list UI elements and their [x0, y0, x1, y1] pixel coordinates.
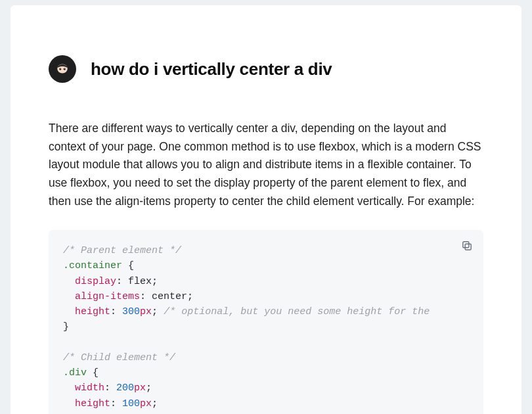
question-title: how do i vertically center a div: [91, 59, 332, 80]
answer-block: There are different ways to vertically c…: [49, 120, 483, 414]
question-row: how do i vertically center a div: [49, 55, 483, 83]
code-content: /* Parent element */ .container { displa…: [63, 243, 469, 414]
code-colon: :: [104, 382, 110, 394]
avatar: [49, 55, 76, 83]
svg-point-2: [59, 68, 61, 70]
code-block: /* Parent element */ .container { displa…: [49, 230, 483, 414]
svg-point-3: [64, 68, 66, 70]
copy-button[interactable]: [460, 239, 474, 254]
code-brace: {: [128, 260, 134, 271]
svg-rect-6: [465, 244, 471, 250]
code-unit: px: [140, 398, 152, 409]
code-comment: /* Parent element */: [63, 245, 181, 256]
code-brace: }: [63, 321, 69, 333]
code-value: center: [152, 291, 187, 302]
code-selector: .div: [63, 367, 87, 379]
code-semi: ;: [146, 382, 152, 394]
code-brace: {: [93, 367, 99, 379]
code-semi: ;: [187, 291, 193, 302]
code-number: 300: [122, 306, 140, 317]
code-number: 100: [122, 398, 140, 409]
code-colon: :: [116, 276, 122, 287]
code-colon: :: [140, 291, 146, 302]
code-prop: align-items: [75, 291, 140, 302]
code-prop: width: [75, 382, 104, 394]
content-card: how do i vertically center a div There a…: [11, 5, 521, 414]
code-unit: px: [140, 306, 152, 317]
code-comment: /* optional, but you need some height fo…: [164, 306, 430, 317]
code-semi: ;: [152, 398, 158, 409]
svg-point-4: [60, 68, 61, 69]
svg-point-5: [64, 68, 65, 69]
avatar-face-icon: [54, 60, 71, 78]
code-colon: :: [110, 306, 116, 317]
code-prop: height: [75, 398, 110, 409]
svg-rect-7: [463, 242, 469, 248]
code-comment: /* Child element */: [63, 352, 175, 363]
code-semi: ;: [152, 276, 158, 287]
code-prop: height: [75, 306, 110, 317]
copy-icon: [461, 240, 473, 252]
answer-paragraph: There are different ways to vertically c…: [49, 120, 483, 210]
code-value: flex: [128, 276, 152, 287]
code-semi: ;: [152, 306, 158, 317]
code-selector: .container: [63, 260, 122, 271]
code-unit: px: [134, 382, 146, 394]
code-prop: display: [75, 276, 116, 287]
code-number: 200: [116, 382, 134, 394]
code-colon: :: [110, 398, 116, 409]
